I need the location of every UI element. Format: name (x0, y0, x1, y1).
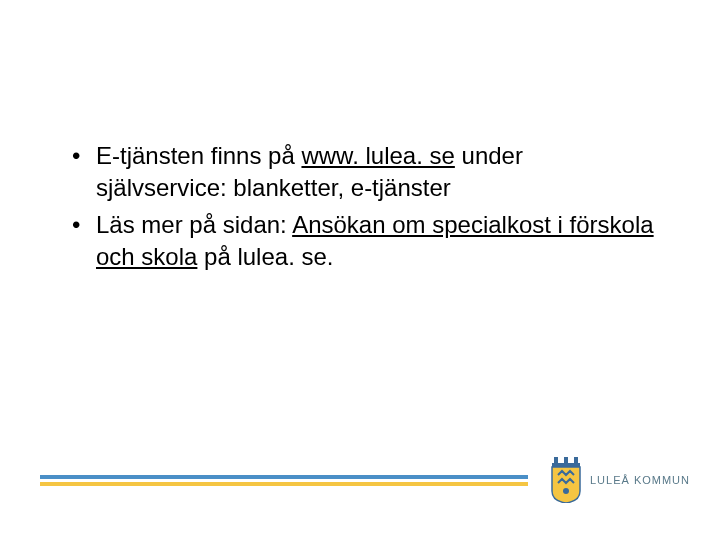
text-pre: E-tjänsten finns på (96, 142, 301, 169)
list-item: E-tjänsten finns på www. lulea. se under… (72, 140, 660, 205)
text-pre: Läs mer på sidan: (96, 211, 292, 238)
bullet-list: E-tjänsten finns på www. lulea. se under… (72, 140, 660, 274)
logo-text: LULEÅ KOMMUN (590, 474, 690, 486)
list-item: Läs mer på sidan: Ansökan om specialkost… (72, 209, 660, 274)
crest-icon (548, 457, 584, 503)
stripe-yellow (40, 482, 528, 486)
svg-rect-2 (574, 457, 578, 463)
footer-stripes (40, 475, 528, 486)
slide-content: E-tjänsten finns på www. lulea. se under… (72, 140, 660, 278)
svg-point-4 (563, 488, 569, 494)
link-lulea-se[interactable]: www. lulea. se (301, 142, 454, 169)
logo-block: LULEÅ KOMMUN (548, 457, 690, 503)
svg-rect-0 (554, 457, 558, 463)
text-post: på lulea. se. (197, 243, 333, 270)
slide-footer: LULEÅ KOMMUN (40, 450, 690, 510)
svg-rect-1 (564, 457, 568, 463)
stripe-blue (40, 475, 528, 479)
